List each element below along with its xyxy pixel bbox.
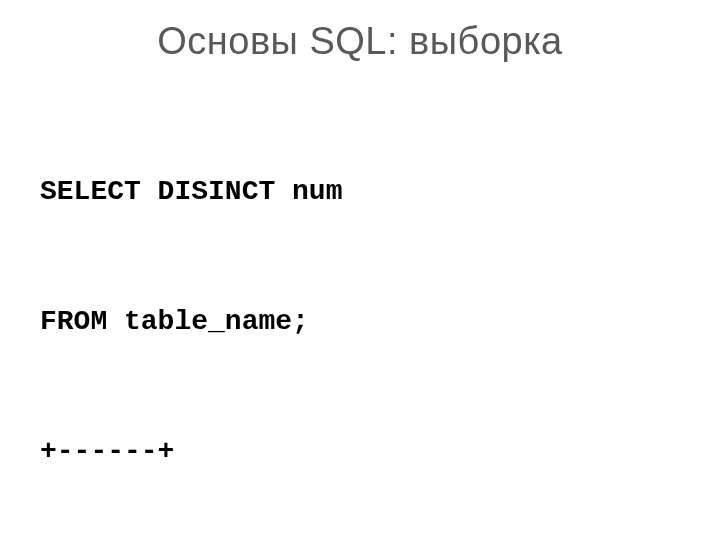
code-block: SELECT DISINCT num FROM table_name; +---… [40,83,680,540]
slide-container: Основы SQL: выборка SELECT DISINCT num F… [0,0,720,540]
code-line-select: SELECT DISINCT num [40,170,680,213]
slide-title: Основы SQL: выборка [40,20,680,63]
code-line-from: FROM table_name; [40,300,680,343]
code-line-border-top: +------+ [40,430,680,473]
